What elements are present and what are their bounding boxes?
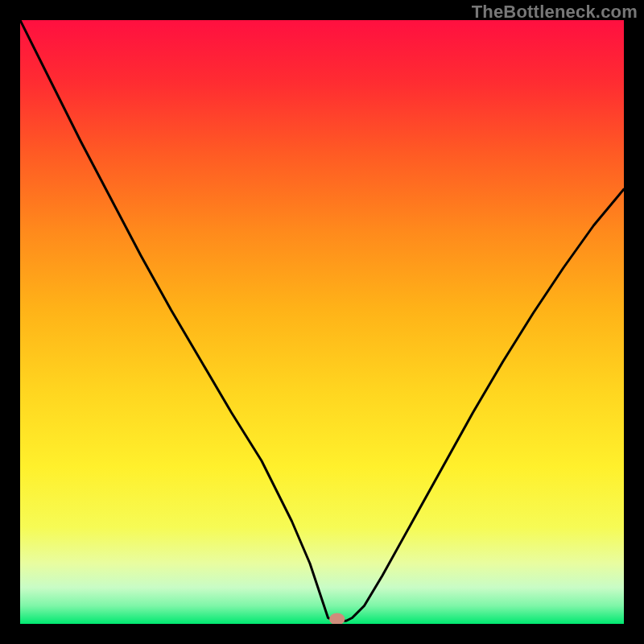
watermark-text: TheBottleneck.com bbox=[472, 2, 638, 23]
bottleneck-curve bbox=[20, 20, 624, 621]
marker-dot bbox=[329, 613, 345, 625]
chart-overlay bbox=[20, 20, 624, 624]
plot-area bbox=[20, 20, 624, 624]
chart-stage: TheBottleneck.com bbox=[0, 0, 644, 644]
